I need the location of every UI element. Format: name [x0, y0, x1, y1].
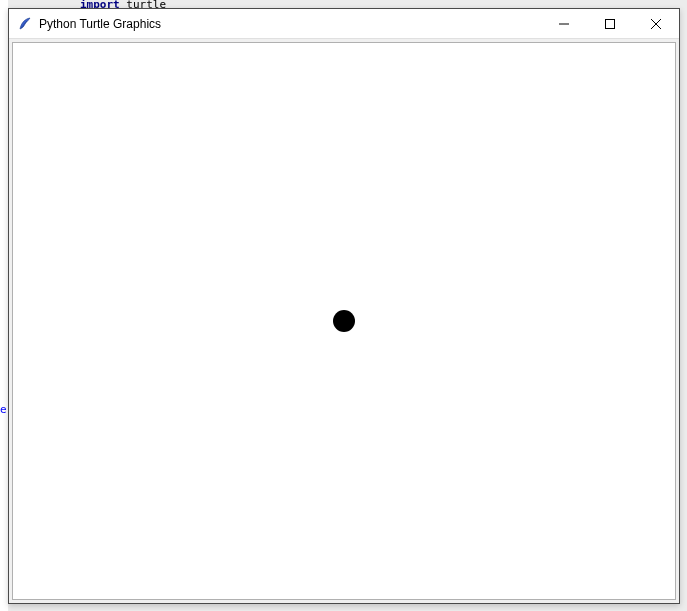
client-area [9, 39, 679, 603]
editor-background-strip [0, 0, 8, 611]
editor-char-fragment: e [0, 403, 7, 416]
feather-icon [17, 16, 33, 32]
minimize-button[interactable] [541, 9, 587, 38]
maximize-button[interactable] [587, 9, 633, 38]
window-title: Python Turtle Graphics [39, 9, 541, 39]
window-controls [541, 9, 679, 38]
turtle-window: Python Turtle Graphics [8, 8, 680, 604]
turtle-cursor [333, 310, 355, 332]
close-icon [651, 19, 661, 29]
svg-rect-2 [606, 19, 615, 28]
maximize-icon [605, 19, 615, 29]
close-button[interactable] [633, 9, 679, 38]
minimize-icon [559, 19, 569, 29]
titlebar[interactable]: Python Turtle Graphics [9, 9, 679, 39]
turtle-canvas[interactable] [12, 42, 676, 600]
